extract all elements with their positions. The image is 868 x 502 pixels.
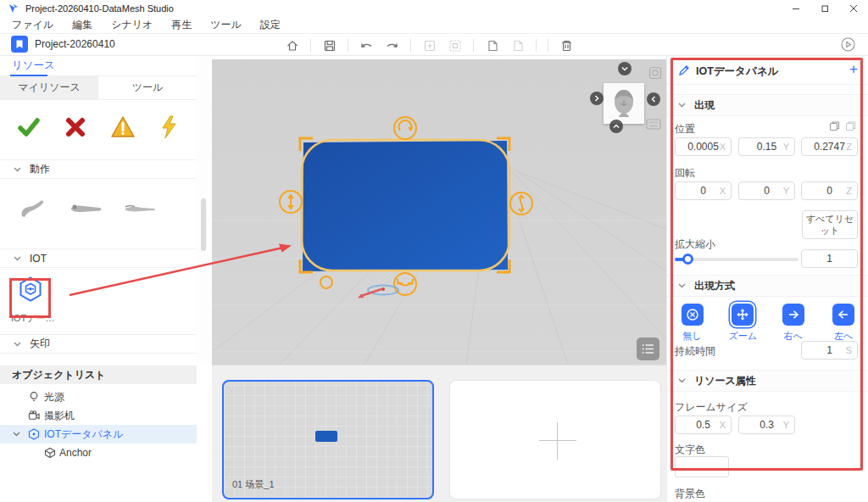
rotation-x-input[interactable]: 0X xyxy=(675,181,732,200)
section-actions[interactable]: 動作 xyxy=(0,159,197,179)
scene-list-button[interactable] xyxy=(637,337,659,360)
rotate-view-down-icon[interactable] xyxy=(618,62,632,75)
section-resource-attrs-label: リソース属性 xyxy=(694,374,756,388)
lightning-resource-icon[interactable] xyxy=(159,115,178,142)
rotation-y-input[interactable]: 0Y xyxy=(738,181,795,200)
section-actions-label: 動作 xyxy=(30,162,50,176)
redo-icon[interactable] xyxy=(385,38,399,53)
position-y-input[interactable]: 0.15Y xyxy=(738,137,795,156)
paste-doc-icon[interactable] xyxy=(510,38,525,53)
keyboard-panel-icon[interactable] xyxy=(646,119,661,130)
focus-capture-icon[interactable] xyxy=(648,66,662,80)
section-appear-mode[interactable]: 出現方式 xyxy=(667,275,868,297)
group-icon[interactable] xyxy=(422,38,437,53)
rename-pencil-icon[interactable] xyxy=(678,64,690,76)
tab-tools[interactable]: ツール xyxy=(98,76,197,99)
ungroup-icon[interactable] xyxy=(448,38,462,53)
object-label: 光源 xyxy=(44,390,64,404)
rotation-label: 回転 xyxy=(675,166,695,181)
app-logo-icon xyxy=(8,3,19,14)
frame-size-x-input[interactable]: 0.5X xyxy=(675,416,732,434)
save-icon[interactable] xyxy=(322,38,337,53)
object-row-camera[interactable]: 撮影机 xyxy=(0,406,197,425)
text-color-swatch[interactable] xyxy=(675,456,729,477)
gesture-point-icon[interactable] xyxy=(68,198,105,223)
chevron-down-icon xyxy=(14,342,21,347)
menu-edit[interactable]: 編集 xyxy=(72,18,92,32)
appear-mode-none[interactable]: 無し xyxy=(667,304,718,343)
section-arrow-label: 矢印 xyxy=(30,337,50,351)
object-row-anchor[interactable]: Anchor xyxy=(0,443,197,462)
preview-play-button[interactable] xyxy=(841,37,855,52)
position-label: 位置 xyxy=(675,122,695,137)
appear-mode-zoom[interactable]: ズーム xyxy=(718,304,769,343)
cross-resource-icon[interactable] xyxy=(64,116,86,142)
iot-resource-label: IOTデー… xyxy=(11,312,55,325)
scale-value-input[interactable]: 1 xyxy=(801,249,858,268)
copy-transform-icon[interactable] xyxy=(829,120,840,134)
duration-input[interactable]: 1S xyxy=(801,341,858,360)
reset-all-button[interactable]: すべてリセット xyxy=(802,210,858,239)
section-appear[interactable]: 出現 xyxy=(667,94,868,116)
chevron-down-icon xyxy=(678,378,686,383)
menu-settings[interactable]: 設定 xyxy=(260,18,281,32)
appear-mode-left[interactable]: 左へ xyxy=(819,304,868,343)
gesture-grab-icon[interactable] xyxy=(15,198,53,223)
tab-my-resources[interactable]: マイリソース xyxy=(0,76,98,99)
object-row-light[interactable]: 光源 xyxy=(0,388,197,406)
close-button[interactable] xyxy=(839,0,868,17)
paste-transform-icon[interactable] xyxy=(845,120,856,134)
delete-icon[interactable] xyxy=(559,38,574,53)
position-z-input[interactable]: 0.2747Z xyxy=(801,137,858,156)
add-property-button[interactable]: + xyxy=(849,61,858,78)
anchor-cube-icon xyxy=(44,447,56,459)
project-icon xyxy=(11,36,28,53)
resources-tab[interactable]: リソース xyxy=(12,59,55,73)
menu-tools[interactable]: ツール xyxy=(210,18,242,32)
object-row-iot-panel[interactable]: IOTデータパネル xyxy=(0,425,197,443)
appear-mode-right[interactable]: 右へ xyxy=(768,304,819,343)
undo-icon[interactable] xyxy=(359,38,374,53)
view-avatar[interactable] xyxy=(604,83,644,124)
sidebar-scrollbar[interactable] xyxy=(197,56,212,365)
check-resource-icon[interactable] xyxy=(17,115,41,142)
chevron-down-icon[interactable] xyxy=(13,432,20,437)
iot-panel-resource-icon[interactable] xyxy=(16,275,45,304)
gesture-swipe-icon[interactable] xyxy=(120,198,158,223)
scene-thumb-panel xyxy=(315,431,337,442)
scale-label: 拡大縮小 xyxy=(675,237,715,252)
arrow-right-icon xyxy=(782,304,804,326)
section-iot[interactable]: IOT xyxy=(0,248,197,268)
section-appear-label: 出現 xyxy=(694,98,715,113)
menu-scenario[interactable]: シナリオ xyxy=(111,18,153,32)
rotation-z-input[interactable]: 0Z xyxy=(801,181,858,200)
section-arrow[interactable]: 矢印 xyxy=(0,334,197,354)
menu-bar: ファイル 編集 シナリオ 再生 ツール 設定 xyxy=(0,17,868,34)
home-icon[interactable] xyxy=(285,38,299,53)
light-bulb-icon xyxy=(28,391,40,403)
rotate-view-left-icon[interactable] xyxy=(647,92,660,106)
object-list-header: オブジェクトリスト xyxy=(0,365,197,384)
minimize-button[interactable] xyxy=(782,0,810,17)
maximize-button[interactable] xyxy=(810,0,839,17)
frame-size-y-input[interactable]: 0.3Y xyxy=(738,416,795,434)
project-bar: Project-20260410 xyxy=(0,35,868,56)
scene-1-label: 01 场景_1 xyxy=(232,478,275,491)
copy-doc-icon[interactable] xyxy=(485,38,499,53)
scene-card-1[interactable]: 01 场景_1 xyxy=(222,380,434,499)
add-scene-card[interactable] xyxy=(449,380,661,499)
rotate-view-right-icon[interactable] xyxy=(590,92,604,105)
window-title: Project-20260410-DataMesh Studio xyxy=(25,3,174,14)
menu-file[interactable]: ファイル xyxy=(12,18,53,32)
rotate-view-up-icon[interactable] xyxy=(609,120,623,133)
duration-label: 持続時間 xyxy=(675,344,715,359)
main-toolbar xyxy=(285,35,574,56)
warning-resource-icon[interactable] xyxy=(110,115,136,142)
scene-viewport[interactable] xyxy=(212,59,666,365)
scale-slider-handle[interactable] xyxy=(682,254,693,265)
resource-sidebar: リソース マイリソース ツール 動作 IOT xyxy=(0,56,197,502)
menu-play[interactable]: 再生 xyxy=(171,18,192,32)
position-x-input[interactable]: 0.0005X xyxy=(675,137,732,156)
section-resource-attrs[interactable]: リソース属性 xyxy=(667,370,868,392)
scale-slider[interactable] xyxy=(675,254,798,264)
